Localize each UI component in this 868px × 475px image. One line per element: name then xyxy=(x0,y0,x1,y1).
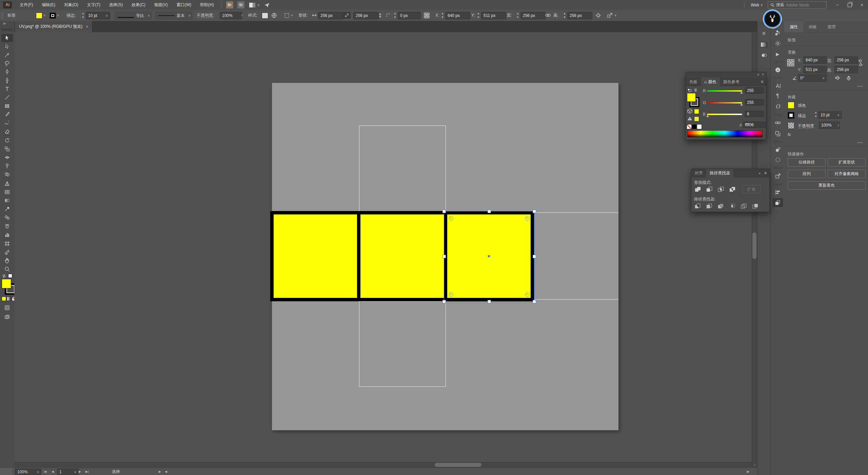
draw-mode-button[interactable] xyxy=(1,304,13,312)
selection-handle-s[interactable] xyxy=(488,300,491,303)
menu-view[interactable]: 视图(V) xyxy=(150,0,172,10)
mini-default-icon[interactable] xyxy=(687,88,692,92)
artboard[interactable] xyxy=(272,83,618,430)
menu-window[interactable]: 窗口(W) xyxy=(172,0,196,10)
g-value-field[interactable]: 255 xyxy=(745,99,764,106)
asset-export-panel-icon[interactable] xyxy=(773,172,783,180)
height-field[interactable]: 256 px xyxy=(834,66,858,73)
character-panel-icon[interactable] xyxy=(773,81,783,90)
bridge-icon[interactable]: Br xyxy=(226,1,233,8)
corner-widget-se[interactable] xyxy=(525,292,530,297)
panel-menu-icon[interactable]: ≡ xyxy=(761,77,763,86)
style-swatch[interactable] xyxy=(262,13,268,19)
exclude-button[interactable] xyxy=(728,186,737,193)
stroke-profile-dropdown[interactable]: 等比 ∨ xyxy=(115,12,152,20)
tab-properties[interactable]: 属性 xyxy=(784,21,803,33)
last-artboard-icon[interactable]: ▶| xyxy=(85,468,88,475)
menu-effect[interactable]: 效果(C) xyxy=(127,0,150,10)
mesh-tool[interactable] xyxy=(1,188,13,196)
gamut-swatch[interactable] xyxy=(694,116,699,121)
hex-field[interactable]: ffff06 xyxy=(743,121,766,128)
menu-help[interactable]: 帮助(H) xyxy=(196,0,218,10)
selection-handle-se[interactable] xyxy=(533,300,536,303)
gradient-panel-icon[interactable] xyxy=(759,40,769,49)
align-panel-icon[interactable] xyxy=(773,188,783,197)
canvas[interactable] xyxy=(14,32,752,462)
net-rect-top[interactable] xyxy=(359,126,446,212)
tab-color[interactable]: ◇颜色 xyxy=(701,77,720,86)
selection-handle-sw[interactable] xyxy=(442,300,446,303)
width-field[interactable]: 256 px xyxy=(834,56,858,64)
fill-chevron-icon[interactable]: ∨ xyxy=(43,10,46,21)
workspace-chevron-icon[interactable]: ∨ xyxy=(761,3,763,7)
stroke-weight-stepper[interactable] xyxy=(81,13,84,18)
white-swatch[interactable] xyxy=(697,124,702,129)
none-swatch[interactable] xyxy=(687,124,692,129)
horizontal-scrollbar[interactable] xyxy=(14,462,752,468)
gradient-tool[interactable] xyxy=(1,196,13,205)
dock-grip[interactable] xyxy=(774,184,782,185)
b-value-field[interactable]: 6 xyxy=(745,111,764,117)
selection-handle-ne[interactable] xyxy=(533,210,536,213)
status-collapse-icon[interactable]: ◀ xyxy=(165,468,167,475)
expand-shape-button[interactable]: 扩展形状 xyxy=(828,158,866,167)
menu-object[interactable]: 对象(O) xyxy=(60,0,82,10)
height-field[interactable]: 256 px xyxy=(567,12,592,19)
pathfinder-panel-icon[interactable] xyxy=(773,198,783,207)
minimize-button[interactable]: − xyxy=(831,0,844,10)
direct-selection-tool[interactable] xyxy=(1,42,13,51)
fill-swatch[interactable] xyxy=(788,102,794,109)
unite-button[interactable] xyxy=(693,186,702,193)
corner-widget-ne[interactable] xyxy=(525,216,530,221)
tab-pathfinder[interactable]: 路径查找器 xyxy=(706,169,733,177)
workspace-label[interactable]: Web xyxy=(751,3,759,7)
menu-file[interactable]: 文件(F) xyxy=(15,0,37,10)
expand-panel-icon[interactable]: » xyxy=(758,169,761,177)
control-bar-grip[interactable] xyxy=(1,12,3,19)
stroke-chevron-icon[interactable]: ∨ xyxy=(57,10,59,21)
unlink-proportions-icon[interactable] xyxy=(857,59,864,66)
expand-button[interactable]: 扩展 xyxy=(742,185,761,193)
shape-width-field[interactable]: 256 px xyxy=(318,12,344,19)
panel-menu-icon[interactable]: ≡ xyxy=(764,169,767,177)
tab-color-guide[interactable]: 颜色参考 xyxy=(720,77,743,86)
collapse-icon[interactable]: « xyxy=(757,73,760,76)
line-segment-tool[interactable] xyxy=(1,93,13,101)
rectangle-tool[interactable] xyxy=(1,102,13,110)
lasso-tool[interactable] xyxy=(1,59,13,68)
fill-color-swatch[interactable] xyxy=(36,13,42,19)
color-button[interactable] xyxy=(2,297,6,301)
reference-point-icon[interactable] xyxy=(424,13,430,18)
gamut-warning-icon[interactable] xyxy=(687,116,692,121)
vertical-scrollbar-thumb[interactable] xyxy=(752,232,756,259)
fill-indicator[interactable] xyxy=(687,93,696,102)
dock-grip[interactable] xyxy=(774,167,782,169)
zoom-tool[interactable] xyxy=(1,265,13,273)
corner-radius-stepper[interactable] xyxy=(393,13,396,18)
yellow-square-2[interactable] xyxy=(360,214,444,298)
swap-fill-stroke-icon[interactable] xyxy=(2,274,6,278)
info-panel-icon[interactable] xyxy=(773,65,783,74)
paragraph-panel-icon[interactable]: ¶ xyxy=(773,92,783,100)
stroke-label[interactable]: 描边 xyxy=(798,113,806,119)
shaper-tool[interactable] xyxy=(1,119,13,127)
actions-panel-icon[interactable] xyxy=(773,39,783,48)
document-close-icon[interactable]: × xyxy=(86,24,88,29)
dock-grip[interactable] xyxy=(774,77,782,79)
toolbar-grip[interactable] xyxy=(2,28,13,31)
horizontal-scrollbar-thumb[interactable] xyxy=(435,463,481,467)
share-icon[interactable] xyxy=(264,2,270,8)
status-text[interactable]: 选择 xyxy=(112,468,120,475)
search-input[interactable]: 搜索 Adobe Stock xyxy=(768,1,827,9)
chevron-down-icon[interactable]: ∨ xyxy=(614,10,617,21)
workspace-switcher-icon[interactable] xyxy=(249,3,255,7)
play-panel-icon[interactable]: ▶ xyxy=(773,50,783,58)
perspective-grid-tool[interactable] xyxy=(1,179,13,188)
selection-handle-w[interactable] xyxy=(442,255,446,258)
panel-expand-icon[interactable]: ▶ xyxy=(747,468,749,475)
opentype-panel-icon[interactable]: O xyxy=(773,102,783,111)
selection-handle-e[interactable] xyxy=(533,255,536,258)
paintbrush-tool[interactable] xyxy=(1,110,13,118)
width-stepper[interactable] xyxy=(516,13,519,18)
tab-layers[interactable]: 图层 xyxy=(822,21,841,33)
